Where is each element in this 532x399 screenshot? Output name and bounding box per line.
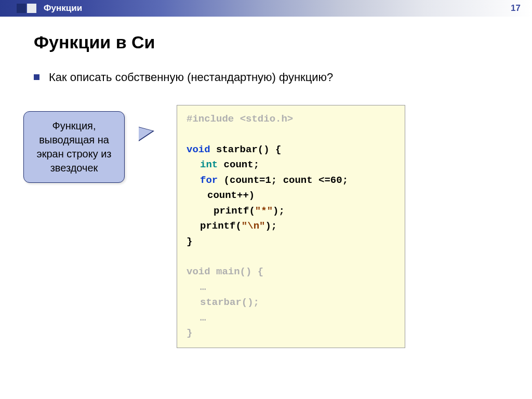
code-line: void main() { — [187, 264, 395, 280]
header-bar: Функции 17 — [0, 0, 532, 17]
callout-text: Функция, выводящая на экран строку из зв… — [36, 120, 111, 174]
code-line: starbar(); — [187, 295, 395, 310]
code-line: count++) — [187, 188, 395, 203]
code-line: printf("\n"); — [187, 219, 395, 234]
code-line: int count; — [187, 157, 395, 172]
breadcrumb: Функции — [44, 3, 82, 14]
code-line: … — [187, 280, 395, 295]
code-line: } — [187, 326, 395, 341]
code-block: #include <stdio.h> void starbar() { int … — [177, 105, 405, 348]
bullet-icon — [34, 74, 39, 80]
code-line: #include <stdio.h> — [187, 112, 395, 127]
code-line: } — [187, 234, 395, 249]
bullet-item: Как описать собственную (нестандартную) … — [34, 71, 498, 84]
content-row: Функция, выводящая на экран строку из зв… — [34, 105, 498, 348]
code-line: … — [187, 311, 395, 326]
code-line — [187, 127, 395, 142]
code-line: printf("*"); — [187, 204, 395, 219]
page-number: 17 — [511, 3, 521, 14]
code-line: void starbar() { — [187, 142, 395, 157]
decorative-block — [27, 4, 36, 13]
header-decorative-blocks — [17, 4, 36, 13]
decorative-block — [17, 4, 26, 13]
code-line: for (count=1; count <=60; — [187, 173, 395, 188]
page-title: Функции в Си — [34, 32, 498, 52]
bullet-text: Как описать собственную (нестандартную) … — [49, 71, 333, 84]
code-line — [187, 249, 395, 264]
callout-bubble: Функция, выводящая на экран строку из зв… — [23, 111, 125, 183]
slide-content: Функции в Си Как описать собственную (не… — [0, 17, 532, 348]
